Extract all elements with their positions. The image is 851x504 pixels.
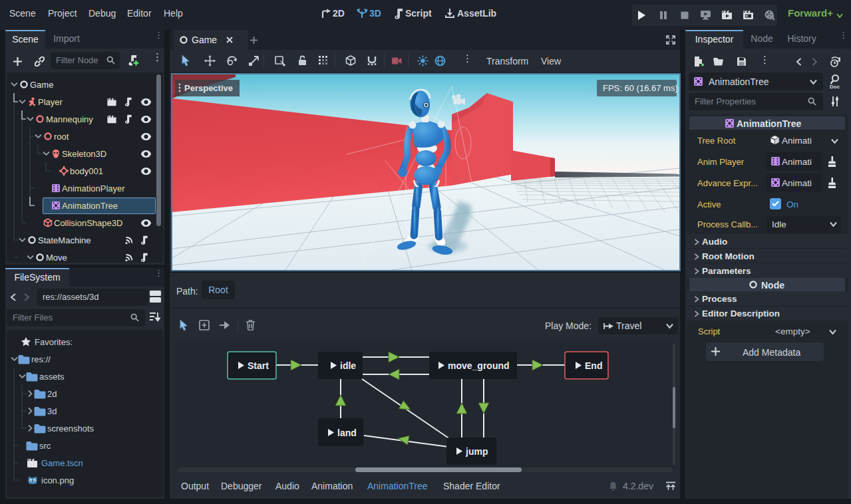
svg-text:idle: idle bbox=[340, 360, 356, 371]
svg-text:FPS: 60 (16.67 ms): FPS: 60 (16.67 ms) bbox=[603, 83, 678, 93]
svg-text:End: End bbox=[585, 360, 602, 371]
svg-text:land: land bbox=[337, 428, 357, 438]
svg-text:move_ground: move_ground bbox=[448, 360, 510, 371]
svg-text:jump: jump bbox=[465, 446, 488, 457]
svg-text:Perspective: Perspective bbox=[184, 83, 233, 93]
svg-text:Start: Start bbox=[248, 360, 269, 371]
svg-text:Doc: Doc bbox=[830, 84, 840, 90]
